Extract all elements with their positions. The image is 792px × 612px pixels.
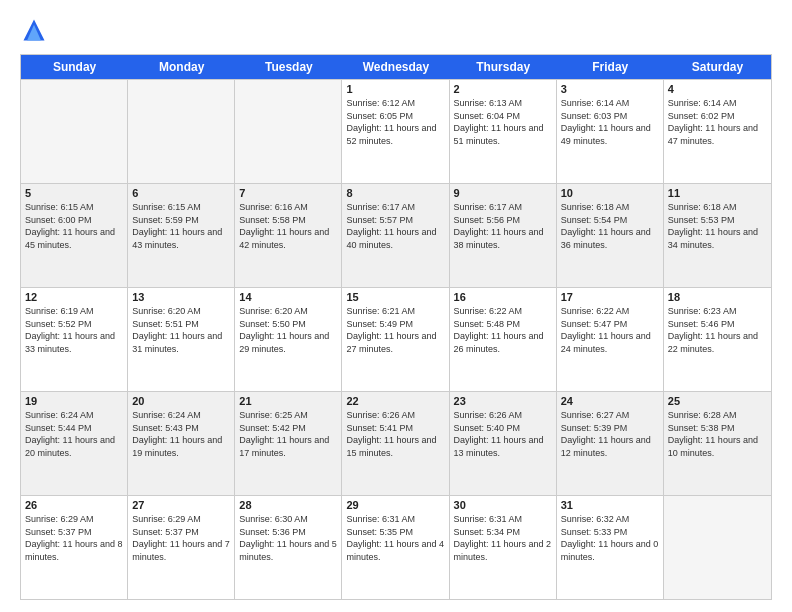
calendar-cell: 26Sunrise: 6:29 AMSunset: 5:37 PMDayligh… — [21, 496, 128, 599]
cell-info: Sunrise: 6:26 AMSunset: 5:40 PMDaylight:… — [454, 409, 552, 459]
calendar-cell: 29Sunrise: 6:31 AMSunset: 5:35 PMDayligh… — [342, 496, 449, 599]
calendar-cell: 4Sunrise: 6:14 AMSunset: 6:02 PMDaylight… — [664, 80, 771, 183]
calendar-cell: 6Sunrise: 6:15 AMSunset: 5:59 PMDaylight… — [128, 184, 235, 287]
cell-info: Sunrise: 6:20 AMSunset: 5:50 PMDaylight:… — [239, 305, 337, 355]
calendar-cell: 31Sunrise: 6:32 AMSunset: 5:33 PMDayligh… — [557, 496, 664, 599]
page: SundayMondayTuesdayWednesdayThursdayFrid… — [0, 0, 792, 612]
calendar-cell: 24Sunrise: 6:27 AMSunset: 5:39 PMDayligh… — [557, 392, 664, 495]
cell-info: Sunrise: 6:18 AMSunset: 5:54 PMDaylight:… — [561, 201, 659, 251]
day-number: 18 — [668, 291, 767, 303]
calendar-cell — [235, 80, 342, 183]
day-number: 24 — [561, 395, 659, 407]
cell-info: Sunrise: 6:32 AMSunset: 5:33 PMDaylight:… — [561, 513, 659, 563]
cell-info: Sunrise: 6:28 AMSunset: 5:38 PMDaylight:… — [668, 409, 767, 459]
day-number: 3 — [561, 83, 659, 95]
cell-info: Sunrise: 6:18 AMSunset: 5:53 PMDaylight:… — [668, 201, 767, 251]
calendar-body: 1Sunrise: 6:12 AMSunset: 6:05 PMDaylight… — [21, 79, 771, 599]
calendar-row: 26Sunrise: 6:29 AMSunset: 5:37 PMDayligh… — [21, 495, 771, 599]
cell-info: Sunrise: 6:17 AMSunset: 5:56 PMDaylight:… — [454, 201, 552, 251]
cell-info: Sunrise: 6:19 AMSunset: 5:52 PMDaylight:… — [25, 305, 123, 355]
calendar-cell: 13Sunrise: 6:20 AMSunset: 5:51 PMDayligh… — [128, 288, 235, 391]
calendar-cell — [21, 80, 128, 183]
weekday-header: Friday — [557, 55, 664, 79]
calendar-row: 5Sunrise: 6:15 AMSunset: 6:00 PMDaylight… — [21, 183, 771, 287]
weekday-header: Tuesday — [235, 55, 342, 79]
calendar-cell: 5Sunrise: 6:15 AMSunset: 6:00 PMDaylight… — [21, 184, 128, 287]
cell-info: Sunrise: 6:26 AMSunset: 5:41 PMDaylight:… — [346, 409, 444, 459]
cell-info: Sunrise: 6:31 AMSunset: 5:34 PMDaylight:… — [454, 513, 552, 563]
day-number: 26 — [25, 499, 123, 511]
calendar-cell: 7Sunrise: 6:16 AMSunset: 5:58 PMDaylight… — [235, 184, 342, 287]
cell-info: Sunrise: 6:29 AMSunset: 5:37 PMDaylight:… — [25, 513, 123, 563]
calendar-cell: 25Sunrise: 6:28 AMSunset: 5:38 PMDayligh… — [664, 392, 771, 495]
weekday-header: Thursday — [450, 55, 557, 79]
day-number: 16 — [454, 291, 552, 303]
cell-info: Sunrise: 6:30 AMSunset: 5:36 PMDaylight:… — [239, 513, 337, 563]
day-number: 20 — [132, 395, 230, 407]
cell-info: Sunrise: 6:22 AMSunset: 5:48 PMDaylight:… — [454, 305, 552, 355]
day-number: 5 — [25, 187, 123, 199]
day-number: 1 — [346, 83, 444, 95]
day-number: 11 — [668, 187, 767, 199]
day-number: 31 — [561, 499, 659, 511]
cell-info: Sunrise: 6:20 AMSunset: 5:51 PMDaylight:… — [132, 305, 230, 355]
calendar-cell: 19Sunrise: 6:24 AMSunset: 5:44 PMDayligh… — [21, 392, 128, 495]
calendar-cell — [128, 80, 235, 183]
day-number: 15 — [346, 291, 444, 303]
calendar-cell: 20Sunrise: 6:24 AMSunset: 5:43 PMDayligh… — [128, 392, 235, 495]
cell-info: Sunrise: 6:12 AMSunset: 6:05 PMDaylight:… — [346, 97, 444, 147]
calendar-cell: 8Sunrise: 6:17 AMSunset: 5:57 PMDaylight… — [342, 184, 449, 287]
cell-info: Sunrise: 6:13 AMSunset: 6:04 PMDaylight:… — [454, 97, 552, 147]
cell-info: Sunrise: 6:15 AMSunset: 5:59 PMDaylight:… — [132, 201, 230, 251]
calendar-cell: 23Sunrise: 6:26 AMSunset: 5:40 PMDayligh… — [450, 392, 557, 495]
day-number: 8 — [346, 187, 444, 199]
calendar-cell: 14Sunrise: 6:20 AMSunset: 5:50 PMDayligh… — [235, 288, 342, 391]
day-number: 21 — [239, 395, 337, 407]
calendar: SundayMondayTuesdayWednesdayThursdayFrid… — [20, 54, 772, 600]
calendar-cell: 1Sunrise: 6:12 AMSunset: 6:05 PMDaylight… — [342, 80, 449, 183]
calendar-row: 19Sunrise: 6:24 AMSunset: 5:44 PMDayligh… — [21, 391, 771, 495]
calendar-cell: 17Sunrise: 6:22 AMSunset: 5:47 PMDayligh… — [557, 288, 664, 391]
day-number: 29 — [346, 499, 444, 511]
day-number: 12 — [25, 291, 123, 303]
calendar-cell: 21Sunrise: 6:25 AMSunset: 5:42 PMDayligh… — [235, 392, 342, 495]
calendar-row: 1Sunrise: 6:12 AMSunset: 6:05 PMDaylight… — [21, 79, 771, 183]
day-number: 22 — [346, 395, 444, 407]
day-number: 25 — [668, 395, 767, 407]
cell-info: Sunrise: 6:24 AMSunset: 5:44 PMDaylight:… — [25, 409, 123, 459]
day-number: 19 — [25, 395, 123, 407]
weekday-header: Wednesday — [342, 55, 449, 79]
calendar-cell: 11Sunrise: 6:18 AMSunset: 5:53 PMDayligh… — [664, 184, 771, 287]
cell-info: Sunrise: 6:14 AMSunset: 6:02 PMDaylight:… — [668, 97, 767, 147]
cell-info: Sunrise: 6:15 AMSunset: 6:00 PMDaylight:… — [25, 201, 123, 251]
cell-info: Sunrise: 6:31 AMSunset: 5:35 PMDaylight:… — [346, 513, 444, 563]
day-number: 14 — [239, 291, 337, 303]
cell-info: Sunrise: 6:22 AMSunset: 5:47 PMDaylight:… — [561, 305, 659, 355]
cell-info: Sunrise: 6:14 AMSunset: 6:03 PMDaylight:… — [561, 97, 659, 147]
day-number: 2 — [454, 83, 552, 95]
cell-info: Sunrise: 6:27 AMSunset: 5:39 PMDaylight:… — [561, 409, 659, 459]
cell-info: Sunrise: 6:24 AMSunset: 5:43 PMDaylight:… — [132, 409, 230, 459]
calendar-cell: 22Sunrise: 6:26 AMSunset: 5:41 PMDayligh… — [342, 392, 449, 495]
calendar-cell: 27Sunrise: 6:29 AMSunset: 5:37 PMDayligh… — [128, 496, 235, 599]
day-number: 28 — [239, 499, 337, 511]
cell-info: Sunrise: 6:29 AMSunset: 5:37 PMDaylight:… — [132, 513, 230, 563]
cell-info: Sunrise: 6:16 AMSunset: 5:58 PMDaylight:… — [239, 201, 337, 251]
calendar-row: 12Sunrise: 6:19 AMSunset: 5:52 PMDayligh… — [21, 287, 771, 391]
cell-info: Sunrise: 6:17 AMSunset: 5:57 PMDaylight:… — [346, 201, 444, 251]
logo-icon — [20, 16, 48, 44]
cell-info: Sunrise: 6:25 AMSunset: 5:42 PMDaylight:… — [239, 409, 337, 459]
day-number: 4 — [668, 83, 767, 95]
calendar-cell: 18Sunrise: 6:23 AMSunset: 5:46 PMDayligh… — [664, 288, 771, 391]
calendar-cell: 10Sunrise: 6:18 AMSunset: 5:54 PMDayligh… — [557, 184, 664, 287]
weekday-header: Saturday — [664, 55, 771, 79]
day-number: 10 — [561, 187, 659, 199]
calendar-header: SundayMondayTuesdayWednesdayThursdayFrid… — [21, 55, 771, 79]
day-number: 7 — [239, 187, 337, 199]
day-number: 6 — [132, 187, 230, 199]
cell-info: Sunrise: 6:21 AMSunset: 5:49 PMDaylight:… — [346, 305, 444, 355]
day-number: 27 — [132, 499, 230, 511]
day-number: 30 — [454, 499, 552, 511]
day-number: 13 — [132, 291, 230, 303]
weekday-header: Monday — [128, 55, 235, 79]
